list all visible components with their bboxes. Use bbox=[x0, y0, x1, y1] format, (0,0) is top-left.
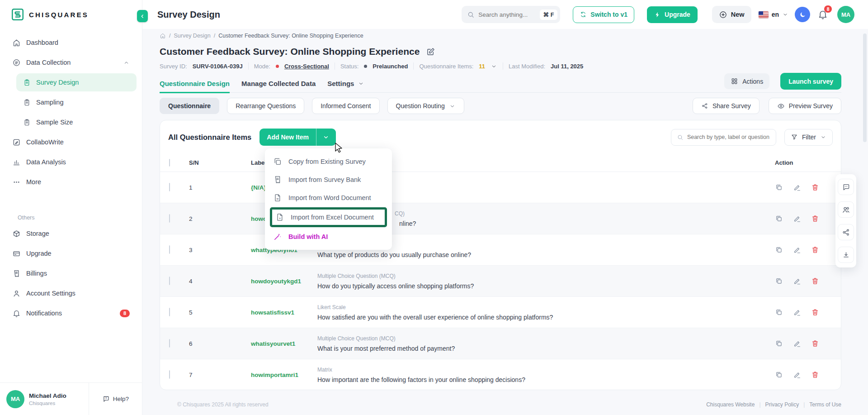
search-input[interactable] bbox=[478, 11, 536, 18]
comments-button[interactable] bbox=[838, 179, 854, 195]
duplicate-icon[interactable] bbox=[775, 246, 783, 254]
footer-link-website[interactable]: Chisquares Website bbox=[706, 401, 755, 408]
more-icon bbox=[12, 178, 21, 186]
delete-icon[interactable] bbox=[811, 339, 819, 348]
delete-icon[interactable] bbox=[811, 183, 819, 191]
duplicate-icon[interactable] bbox=[775, 308, 783, 316]
edit-icon[interactable] bbox=[793, 183, 801, 191]
subtab-informed-consent[interactable]: Informed Consent bbox=[312, 98, 379, 114]
sidebar-collapse-button[interactable] bbox=[137, 10, 148, 22]
edit-icon[interactable] bbox=[793, 277, 801, 285]
select-all-checkbox[interactable] bbox=[169, 159, 170, 167]
duplicate-icon[interactable] bbox=[775, 183, 783, 191]
switch-to-v1-button[interactable]: Switch to v1 bbox=[573, 6, 634, 23]
duplicate-icon[interactable] bbox=[775, 215, 783, 223]
filter-button[interactable]: Filter bbox=[784, 129, 833, 146]
edit-icon[interactable] bbox=[793, 215, 801, 223]
edit-icon[interactable] bbox=[793, 246, 801, 254]
duplicate-icon[interactable] bbox=[775, 277, 783, 285]
duplicate-icon[interactable] bbox=[775, 339, 783, 348]
table-row[interactable]: 2 howo CQ) nline? bbox=[160, 203, 841, 234]
brand-logo[interactable]: CHISQUARES bbox=[0, 0, 142, 29]
delete-icon[interactable] bbox=[811, 308, 819, 316]
sidebar-item-sampling[interactable]: Sampling bbox=[16, 93, 137, 111]
chevron-down-icon[interactable] bbox=[491, 63, 497, 70]
menu-item-build-with-ai[interactable]: Build with AI bbox=[265, 228, 392, 246]
delete-icon[interactable] bbox=[811, 277, 819, 285]
data-analysis-icon bbox=[12, 158, 21, 167]
home-icon[interactable] bbox=[160, 33, 166, 39]
footer-link-terms[interactable]: Terms of Use bbox=[809, 401, 841, 408]
sidebar-item-storage[interactable]: Storage bbox=[5, 224, 137, 243]
footer-link-privacy[interactable]: Privacy Policy bbox=[765, 401, 799, 408]
collaborators-button[interactable] bbox=[838, 201, 854, 218]
edit-icon[interactable] bbox=[793, 339, 801, 348]
table-row[interactable]: 5 howsatisfissv1 Likert Scale How satisf… bbox=[160, 297, 841, 328]
subtab-questionnaire[interactable]: Questionnaire bbox=[160, 98, 219, 114]
language-selector[interactable]: en bbox=[759, 11, 788, 18]
tab-settings[interactable]: Settings bbox=[327, 80, 364, 93]
duplicate-icon[interactable] bbox=[775, 371, 783, 379]
global-search[interactable]: ⌘ F bbox=[462, 6, 560, 23]
add-new-item-label[interactable]: Add New Item bbox=[259, 129, 316, 146]
sidebar-item-notifications[interactable]: Notifications 8 bbox=[5, 304, 137, 322]
user-profile[interactable]: MA Michael Adio Chisquares bbox=[0, 383, 89, 415]
notifications-bell[interactable]: 8 bbox=[817, 9, 828, 20]
help-button[interactable]: ? Help? bbox=[89, 383, 142, 415]
sidebar-item-survey-design[interactable]: Survey Design bbox=[16, 73, 137, 91]
row-checkbox[interactable] bbox=[169, 277, 170, 285]
share-survey-button[interactable]: Share Survey bbox=[693, 98, 760, 114]
upgrade-button[interactable]: Upgrade bbox=[647, 6, 698, 23]
table-row[interactable]: 1 {N/A} bbox=[160, 172, 841, 203]
page-scrollbar[interactable] bbox=[863, 33, 867, 142]
sidebar-item-collabowrite[interactable]: CollaboWrite bbox=[5, 133, 137, 151]
delete-icon[interactable] bbox=[811, 215, 819, 223]
table-row[interactable]: 7 howimportamri1 Matrix How important ar… bbox=[160, 359, 841, 390]
menu-item-import-excel-document[interactable]: x Import from Excel Document bbox=[270, 207, 387, 227]
add-new-item-button[interactable]: Add New Item bbox=[259, 129, 336, 146]
dark-mode-toggle[interactable] bbox=[795, 7, 810, 22]
sidebar-item-data-analysis[interactable]: Data Analysis bbox=[5, 153, 137, 171]
row-checkbox[interactable] bbox=[169, 339, 170, 348]
table-row[interactable]: 4 howdoyoutykgd1 Multiple Choice Questio… bbox=[160, 266, 841, 297]
menu-item-copy-existing-survey[interactable]: Copy from Existing Survey bbox=[265, 153, 392, 171]
row-checkbox[interactable] bbox=[169, 183, 170, 191]
breadcrumb-item[interactable]: Survey Design bbox=[174, 33, 210, 39]
menu-item-import-word-document[interactable]: w Import from Word Document bbox=[265, 189, 392, 207]
row-checkbox[interactable] bbox=[169, 308, 170, 316]
mode-value[interactable]: Cross-Sectional bbox=[284, 63, 329, 70]
sidebar-item-sample-size[interactable]: Sample Size bbox=[16, 113, 137, 131]
table-row[interactable]: 6 whatisyourvet1 Multiple Choice Questio… bbox=[160, 328, 841, 359]
sidebar-item-dashboard[interactable]: Dashboard bbox=[5, 33, 137, 52]
plus-circle-icon bbox=[719, 10, 727, 19]
user-avatar[interactable]: MA bbox=[837, 6, 854, 23]
row-checkbox[interactable] bbox=[169, 214, 170, 223]
sidebar-item-data-collection[interactable]: Data Collection bbox=[5, 53, 137, 72]
menu-item-import-survey-bank[interactable]: Import from Survey Bank bbox=[265, 171, 392, 189]
preview-survey-button[interactable]: Preview Survey bbox=[769, 98, 841, 114]
table-search[interactable] bbox=[671, 129, 776, 146]
sidebar-item-billings[interactable]: Billings bbox=[5, 264, 137, 282]
sidebar-item-more[interactable]: More bbox=[5, 173, 137, 191]
tab-questionnaire-design[interactable]: Questionnaire Design bbox=[160, 80, 230, 93]
subtab-question-routing[interactable]: Question Routing bbox=[387, 98, 464, 114]
sidebar-item-upgrade[interactable]: Upgrade bbox=[5, 244, 137, 262]
sidebar-item-account-settings[interactable]: Account Settings bbox=[5, 284, 137, 302]
edit-icon[interactable] bbox=[793, 371, 801, 379]
tab-manage-collected-data[interactable]: Manage Collected Data bbox=[241, 80, 316, 93]
actions-button[interactable]: Actions bbox=[724, 73, 769, 89]
launch-survey-button[interactable]: Launch survey bbox=[780, 73, 841, 90]
row-checkbox[interactable] bbox=[169, 245, 170, 254]
row-checkbox[interactable] bbox=[169, 370, 170, 379]
table-row[interactable]: 3 whattypeofyho1 Multiple Responses What… bbox=[160, 234, 841, 266]
download-button[interactable] bbox=[838, 247, 854, 263]
subtab-rearrange-questions[interactable]: Rearrange Questions bbox=[227, 98, 304, 114]
table-search-input[interactable] bbox=[687, 134, 770, 140]
share-button[interactable] bbox=[838, 224, 854, 240]
delete-icon[interactable] bbox=[811, 371, 819, 379]
add-new-item-dropdown-toggle[interactable] bbox=[316, 129, 336, 146]
edit-icon[interactable] bbox=[793, 308, 801, 316]
new-button[interactable]: New bbox=[712, 6, 751, 23]
delete-icon[interactable] bbox=[811, 246, 819, 254]
edit-title-icon[interactable] bbox=[426, 47, 435, 57]
